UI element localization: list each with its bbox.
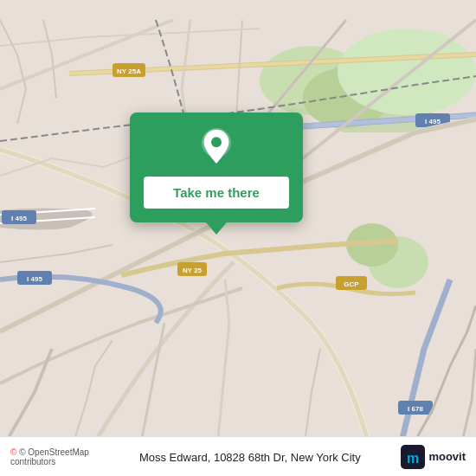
svg-text:GCP: GCP [344, 280, 359, 288]
location-pin-icon [196, 128, 236, 168]
svg-text:I 678: I 678 [408, 405, 423, 413]
map-attribution: © © OpenStreetMap contributors [10, 447, 130, 466]
svg-text:I 495: I 495 [27, 275, 42, 283]
svg-text:I 495: I 495 [425, 118, 441, 125]
svg-text:NY 25A: NY 25A [117, 68, 141, 75]
address-label: Moss Edward, 10828 68th Dr, New York Cit… [139, 451, 361, 464]
map-svg: I 495 NY 25A I 495 NY 25 GCP I [0, 0, 476, 476]
popup-card: Take me there [130, 113, 303, 222]
take-me-there-button[interactable]: Take me there [144, 177, 289, 209]
map-container: I 495 NY 25A I 495 NY 25 GCP I [0, 0, 476, 476]
moovit-m-icon: m [401, 445, 425, 469]
info-bar: © © OpenStreetMap contributors Moss Edwa… [0, 436, 476, 476]
svg-point-6 [338, 29, 476, 115]
moovit-logo: m moovit [370, 445, 466, 469]
svg-text:NY 25: NY 25 [183, 267, 203, 274]
svg-point-23 [211, 137, 222, 147]
svg-text:m: m [407, 451, 419, 466]
svg-text:I 495: I 495 [11, 215, 27, 222]
